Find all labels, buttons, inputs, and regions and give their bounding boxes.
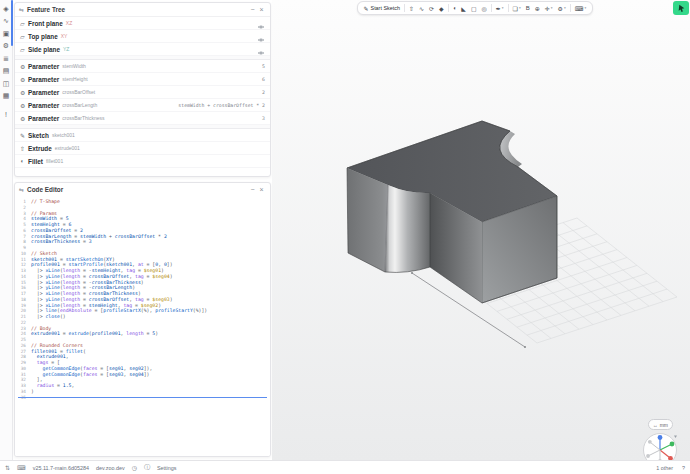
plane-axis-label: XY [61,33,68,39]
settings-button[interactable]: Settings [157,465,176,471]
parameter-label: Parameter [28,76,59,83]
files-pane-icon[interactable]: ▤ [1,66,12,77]
plane-label: Top plane [28,33,58,40]
plane-icon: ▱ [20,46,28,53]
minimize-feature-tree-button[interactable]: − [248,5,257,14]
code-text: extrude001 = extrude(profile001, length … [31,331,158,337]
status-bar: ⇅ ⌨ v25.11.7-main.6d05284 dev.zoo.dev ◷ … [0,460,690,474]
help-button[interactable]: ? [682,465,685,471]
close-code-editor-button[interactable]: × [257,185,266,194]
start-sketch-button[interactable]: ✎ Start Sketch [361,3,402,13]
memory-pane-icon[interactable]: ▦ [1,91,12,102]
debug-pane-icon[interactable]: ! [1,109,12,120]
code-text: // T-Shape [31,199,60,205]
loft-icon: ◆ [439,5,444,12]
feature-tree-row-operation[interactable]: ⇧Extrudeextrude001 [15,142,270,155]
keyboard-icon: ⌨ [17,464,26,471]
feature-tree-row-operation[interactable]: ◖Filletfillet001 [15,155,270,168]
keyboard-shortcuts-button[interactable]: ⌨ [17,464,26,471]
toolbar-divider [508,4,509,12]
modeling-settings-button[interactable]: ⚙▾ [555,3,568,13]
union-button[interactable]: ⊕ [532,3,542,13]
insert-button[interactable]: ❏▾ [510,3,523,13]
gizmo-neg-axis[interactable] [646,454,650,458]
text-to-cad-button[interactable]: ✒▾ [493,3,506,13]
logs-pane-icon[interactable]: ≣ [1,53,12,64]
parameter-icon: ⚙ [20,63,28,70]
loft-button[interactable]: ◆ [437,3,447,13]
export-pane-icon[interactable]: ◫ [1,78,12,89]
chamfer-icon: ◣ [461,5,466,12]
minimize-code-editor-button[interactable]: − [248,185,257,194]
feature-tree-row-plane[interactable]: ▱Top planeXY [15,30,270,43]
app-menu-icon[interactable]: ◈ [1,3,12,14]
parameter-name: stemHeight [62,76,87,82]
operation-name: sketch001 [52,132,75,138]
extrude-button[interactable]: ⇧ [406,3,416,13]
sweep-button[interactable]: ∿ [416,3,426,13]
history-button[interactable]: ◷ [132,464,137,471]
toggle-visibility-button[interactable] [256,32,265,40]
chevron-down-icon: ▾ [551,6,553,10]
toolbar-divider [570,4,571,12]
environment-link[interactable]: dev.zoo.dev [96,465,125,471]
toggle-visibility-button[interactable] [256,45,265,53]
feature-tree-row-parameter[interactable]: ⚙ParametercrossBarLengthstemWidth + cros… [15,99,270,112]
feature-tree-row-plane[interactable]: ▱Front planeXZ [15,17,270,30]
revolve-button[interactable]: ⟳ [426,3,436,13]
diagnostics-button[interactable]: ⓘ [144,463,150,472]
code-editor-content[interactable]: 1// T-Shape23// Params4stemWidth = 55ste… [15,196,270,456]
fillet-icon: ◖ [453,5,457,11]
parameter-value: 5 [262,64,265,69]
plane-label: Front plane [28,20,63,27]
shell-button[interactable]: ▢ [468,3,479,13]
sketch-tools-icon[interactable]: ∿ [1,16,12,27]
chevron-down-icon: ▾ [564,6,566,10]
hole-button[interactable]: ◎ [479,3,489,13]
units-value: mm [660,422,668,428]
feature-tree-row-parameter[interactable]: ⚙ParameterstemHeight6 [15,73,270,86]
operation-label: Sketch [28,132,49,139]
chamfer-button[interactable]: ◣ [459,3,469,13]
parameter-icon: ⚙ [20,89,28,96]
toolbar-divider [448,4,449,12]
transform-button[interactable]: ✛▾ [542,3,555,13]
union-icon: ⊕ [535,5,540,12]
feature-tree-pane-icon[interactable]: ▣ [1,28,12,39]
units-button[interactable]: ↔ mm [648,419,673,430]
pane-drag-icon[interactable]: ⇆ [19,186,24,193]
operation-name: fillet001 [46,158,63,164]
gizmo-menu-caret[interactable] [674,436,677,438]
parameter-label: Parameter [28,63,59,70]
boolean-icon: B [526,5,530,11]
feature-tree-row-operation[interactable]: ✎Sketchsketch001 [15,129,270,142]
chevron-down-icon: ▾ [502,6,504,10]
eye-icon [257,23,265,31]
toggle-visibility-button[interactable] [256,19,265,27]
collaborators-button[interactable]: 1 other [656,465,673,471]
history-icon: ◷ [132,464,137,471]
network-status-button[interactable]: ⇅ [5,464,10,471]
gizmo-neg-axis[interactable] [648,440,652,444]
feature-tree-row-plane[interactable]: ▱Side planeYZ [15,43,270,56]
variables-pane-icon[interactable]: ⚙ [1,41,12,52]
3d-viewport[interactable]: ✎ Start Sketch ⇧∿⟳◆◖◣▢◎✒▾❏▾B⊕✛▾⚙▾⌨▾ ↔ mm [272,0,690,460]
info-icon: ⓘ [144,463,150,472]
fillet-button[interactable]: ◖ [450,3,459,13]
eye-icon [257,49,265,57]
code-text: getCommonEdge(faces = [seg03, seg04]) [31,372,149,378]
gizmo-y-axis[interactable] [670,442,675,447]
plane-icon: ▱ [20,33,28,40]
close-feature-tree-button[interactable]: × [257,5,266,14]
parameter-name: crossBarLength [62,102,97,108]
boolean-button[interactable]: B [523,3,532,13]
operation-name: extrude001 [55,145,80,151]
feature-tree-row-parameter[interactable]: ⚙ParameterstemWidth5 [15,60,270,73]
feature-tree-row-parameter[interactable]: ⚙ParametercrossBarThickness3 [15,112,270,125]
gizmo-z-axis[interactable] [658,435,663,440]
command-palette-button[interactable]: ⌨▾ [572,3,588,13]
feature-tree-panel: ⇆ Feature Tree − × ▱Front planeXZ▱Top pl… [14,2,271,177]
feature-tree-row-parameter[interactable]: ⚙ParametercrossBarOffset2 [15,86,270,99]
user-avatar-button[interactable] [673,1,689,15]
pane-drag-icon[interactable]: ⇆ [19,6,24,13]
